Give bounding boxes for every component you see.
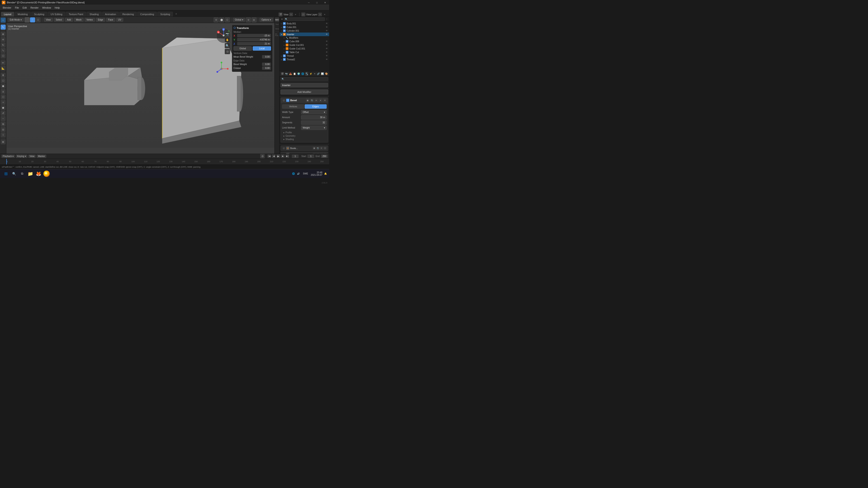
timeline-ruler[interactable]: 1 10 20 30 40 50 60 70 80 90 100 110 120… <box>0 159 329 164</box>
bevel-tool[interactable]: ⬣ <box>1 84 6 89</box>
bevel-remove-btn[interactable]: ✕ <box>323 98 327 102</box>
scene-selector-icon[interactable]: 🎬 <box>278 12 283 17</box>
scale-tool[interactable]: ⤡ <box>1 48 6 53</box>
prop-tab-data[interactable]: 📊 <box>321 72 324 76</box>
view-layer-close-icon[interactable]: ✕ <box>323 13 327 16</box>
3dprint-tab[interactable]: 3D-Print <box>275 33 279 37</box>
bool1-rt-btn[interactable]: ▦ <box>313 147 316 150</box>
edge-menu[interactable]: Edge <box>96 18 105 22</box>
proportional-btn[interactable]: ◎ <box>252 18 256 22</box>
start-button[interactable]: ⊞ <box>2 170 10 178</box>
edge-select-btn[interactable]: / <box>30 18 35 22</box>
uv-menu[interactable]: UV <box>116 18 123 22</box>
add-modifier-button[interactable]: Add Modifier <box>281 90 328 94</box>
knife-tool[interactable]: ⌗ <box>1 100 6 105</box>
profile-collapse[interactable]: ▸Profile <box>282 131 327 134</box>
menu-file[interactable]: File <box>13 6 21 9</box>
viewport-canvas[interactable]: User Perspective (1) Inserter Z Y <box>6 23 274 148</box>
marker-dropdown[interactable]: Marker <box>37 155 46 158</box>
prev-frame-btn[interactable]: ◀ <box>272 154 276 158</box>
edit-mode-dropdown[interactable]: Edit Mode ▾ <box>8 18 24 22</box>
select-tool[interactable]: ↖ <box>1 25 6 30</box>
overlays-btn[interactable]: ⬤ <box>219 18 224 22</box>
geometry-collapse[interactable]: ▸Geometry <box>282 134 327 138</box>
bool1-remove-btn[interactable]: ✕ <box>323 147 327 150</box>
outliner-item-cube001[interactable]: ▸ ▼ Cube.001 👁 <box>280 25 329 29</box>
face-menu[interactable]: Face <box>106 18 115 22</box>
prop-tab-world[interactable]: 🌐 <box>301 72 304 76</box>
prop-tab-scene[interactable]: 🎬 <box>281 72 284 76</box>
camera-view-btn[interactable]: 📷 <box>225 31 230 37</box>
tab-texture-paint[interactable]: Texture Paint <box>66 12 86 17</box>
width-type-dropdown[interactable]: Offset ▾ <box>301 110 327 114</box>
extrude-tool[interactable]: ⬆ <box>1 73 6 78</box>
tab-shading[interactable]: Shading <box>87 12 101 17</box>
keying-dropdown[interactable]: Keying ▾ <box>16 155 27 158</box>
outliner-item-body001[interactable]: ▸ ▼ Body.001 👁 <box>280 22 329 25</box>
current-frame-display[interactable]: 1 <box>292 155 299 158</box>
snap-btn[interactable]: ⊙ <box>246 18 251 22</box>
visibility-inserter[interactable]: 👁 <box>326 33 328 35</box>
options-dropdown[interactable]: Options ▾ <box>259 18 273 22</box>
bool2-enable[interactable]: ☑ <box>282 153 285 154</box>
bevel-edges-tab[interactable]: Edges <box>305 104 327 109</box>
visibility-cyl001[interactable]: 👁 <box>326 30 328 32</box>
maximize-button[interactable]: □ <box>313 0 321 5</box>
viewport-3d[interactable]: User Perspective (1) Inserter Z Y <box>6 23 274 154</box>
smooth-tool[interactable]: ~ <box>1 116 6 121</box>
z-value[interactable]: 21 m <box>237 42 271 45</box>
move-tool[interactable]: ✛ <box>1 37 6 42</box>
prop-tab-view-layer[interactable]: 📋 <box>293 72 296 76</box>
bevel-realtime-btn[interactable]: ▦ <box>306 98 309 102</box>
notifications-icon[interactable]: 🔔 <box>324 172 327 175</box>
playback-dropdown[interactable]: Playback ▾ <box>1 155 15 158</box>
x-value[interactable]: -15 m <box>237 34 271 37</box>
outliner-item-tablecut[interactable]: ▸ ▼ Table Cut 👁 <box>282 51 329 54</box>
visibility-cube001[interactable]: 👁 <box>326 26 328 28</box>
outliner-options-icon[interactable]: ⋮ <box>326 18 328 20</box>
sync-btn[interactable]: ⊙ <box>260 154 265 158</box>
task-view-button[interactable]: ⧉ <box>18 170 26 178</box>
loop-cut-tool[interactable]: ⧖ <box>1 89 6 94</box>
bool1-enable[interactable]: ☑ <box>282 147 285 150</box>
minimize-button[interactable]: ─ <box>305 0 313 5</box>
vertex-menu[interactable]: Vertex <box>85 18 95 22</box>
playhead[interactable] <box>6 159 7 164</box>
taskbar-explorer[interactable]: 📁 <box>26 170 34 178</box>
outliner-item-modifiers[interactable]: ▸ 🔧 Modifiers <box>282 36 329 39</box>
bevel-enable-checkbox[interactable]: ☑ <box>282 99 285 102</box>
tab-modeling[interactable]: Modeling <box>15 12 31 17</box>
keyboard-lang[interactable]: SWE <box>302 172 309 175</box>
menu-render[interactable]: Render <box>29 6 40 9</box>
add-menu[interactable]: Add <box>65 18 73 22</box>
rotate-tool[interactable]: ↻ <box>1 42 6 47</box>
tab-uv-editing[interactable]: UV Editing <box>48 12 65 17</box>
mean-bevel-weight-value[interactable]: 0.00 <box>262 55 271 59</box>
bevel-weight-value[interactable]: 0.00 <box>262 63 271 66</box>
add-workspace-button[interactable]: + <box>174 11 179 17</box>
prop-tab-constraints[interactable]: 🔗 <box>317 72 320 76</box>
taskbar-blender[interactable] <box>42 170 51 178</box>
item-tab[interactable]: Item <box>275 18 279 22</box>
prop-tab-material[interactable]: 🎨 <box>325 72 328 76</box>
visibility-tablecut[interactable]: 👁 <box>326 51 328 53</box>
scene-close-icon[interactable]: ✕ <box>294 13 298 16</box>
visibility-guidecut2001[interactable]: 👁 <box>326 47 328 50</box>
menu-edit[interactable]: Edit <box>21 6 29 9</box>
menu-window[interactable]: Window <box>40 6 53 9</box>
outliner-item-guidecut001[interactable]: ▸ ~ Guide Cut.001 👁 <box>282 43 329 47</box>
measure-tool[interactable]: 📐 <box>1 66 6 71</box>
start-frame-field[interactable]: 1 <box>307 155 314 158</box>
amount-field[interactable]: 30 m <box>301 115 327 120</box>
shading-collapse[interactable]: ▸Shading <box>282 138 327 141</box>
edge-slide-tool[interactable]: ⧉ <box>1 122 6 127</box>
y-value[interactable]: -4.6746 m <box>237 38 271 41</box>
outliner-search-container[interactable]: 🔍 <box>284 18 325 21</box>
bool2-expand-btn[interactable]: ▾ <box>320 153 323 154</box>
tab-scripting[interactable]: Scripting <box>157 12 173 17</box>
jump-start-btn[interactable]: |◀ <box>268 154 271 158</box>
prop-tab-object[interactable]: 🔧 <box>305 72 308 76</box>
view-menu[interactable]: View <box>44 18 53 22</box>
outliner-item-cube008[interactable]: ▸ ▼ Cube.008 👁 <box>282 39 329 43</box>
shrink-tool[interactable]: ◎ <box>1 127 6 132</box>
